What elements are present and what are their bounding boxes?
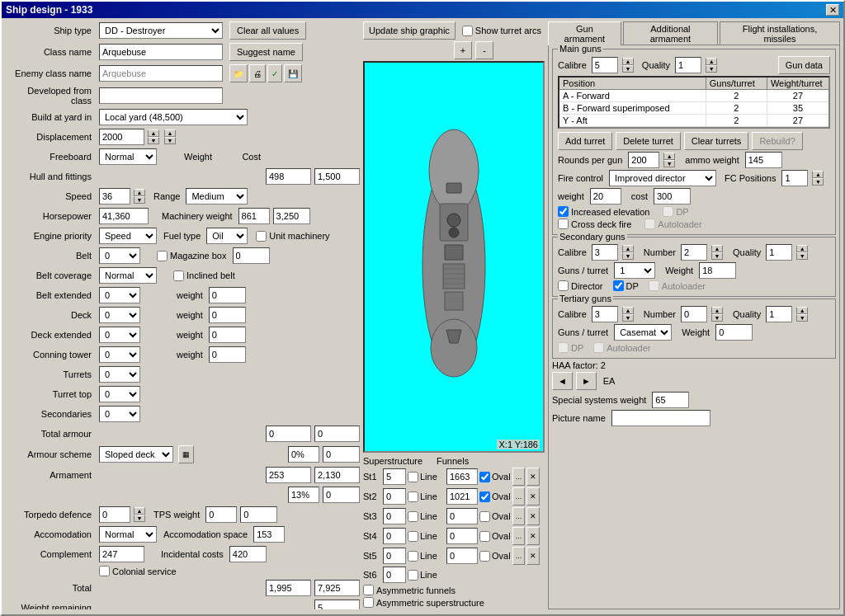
funnel-check-St1[interactable] — [479, 472, 490, 482]
sec-dp-checkbox[interactable] — [613, 280, 624, 291]
st-val-St4[interactable] — [383, 528, 406, 544]
fc-down[interactable]: ▼ — [812, 178, 824, 186]
arrow-left-btn[interactable]: ◄ — [552, 372, 573, 390]
speed-up[interactable]: ▲ — [134, 189, 145, 196]
funnel-dots-St2[interactable]: ... — [512, 487, 526, 505]
funnel-val-St1[interactable] — [446, 468, 478, 485]
asymmetric-funnels-checkbox[interactable] — [363, 585, 374, 595]
displacement-input[interactable] — [99, 129, 144, 145]
clear-turrets-button[interactable]: Clear turrets — [684, 132, 749, 150]
unit-machinery-checkbox[interactable] — [256, 231, 267, 242]
sec-dp-label[interactable]: DP — [613, 280, 639, 291]
belt-coverage-select[interactable]: Normal — [99, 267, 157, 284]
armour-scheme-select[interactable]: Sloped deck — [99, 446, 173, 463]
funnel-dots-St3[interactable]: ... — [512, 507, 526, 525]
funnel-x-St4[interactable]: ✕ — [526, 527, 540, 545]
ter-number-down[interactable]: ▼ — [711, 314, 723, 322]
calibre-input[interactable] — [592, 57, 618, 73]
funnel-val-St3[interactable] — [446, 508, 478, 524]
tab-gun-armament[interactable]: Gun armament — [548, 21, 621, 45]
ter-number-up[interactable]: ▲ — [711, 307, 723, 314]
dp-checkbox[interactable] — [663, 206, 673, 217]
ter-quality-up[interactable]: ▲ — [796, 307, 808, 314]
rounds-input[interactable] — [628, 152, 659, 168]
range-select[interactable]: Medium — [186, 188, 248, 205]
st-check-St3[interactable] — [408, 511, 418, 522]
plus-button[interactable]: + — [454, 41, 472, 59]
show-turret-arcs-label[interactable]: Show turret arcs — [462, 26, 541, 36]
funnel-val-St2[interactable] — [446, 488, 478, 505]
torpedo-defence-input[interactable] — [99, 506, 130, 523]
tab-additional-armament[interactable]: Additional armament — [623, 21, 718, 45]
folder-icon-btn[interactable]: 📁 — [229, 64, 248, 82]
calibre-up[interactable]: ▲ — [622, 58, 634, 65]
sec-calibre-up[interactable]: ▲ — [622, 245, 634, 252]
cross-deck-checkbox[interactable] — [558, 219, 569, 229]
sec-quality-input[interactable] — [766, 244, 792, 261]
turret-top-select[interactable]: 0 — [99, 386, 140, 402]
armour-scheme-icon[interactable]: ▦ — [178, 445, 194, 463]
torpedo-down[interactable]: ▼ — [134, 515, 145, 522]
st-val-St5[interactable] — [383, 548, 406, 564]
class-name-input[interactable] — [99, 44, 223, 60]
asymmetric-superstructure-checkbox[interactable] — [363, 597, 374, 608]
sec-calibre-input[interactable] — [592, 244, 618, 261]
asymmetric-funnels-label[interactable]: Asymmetric funnels — [363, 585, 456, 595]
sec-director-checkbox[interactable] — [558, 280, 569, 291]
ter-calibre-input[interactable] — [592, 306, 618, 322]
sec-calibre-down[interactable]: ▼ — [622, 252, 634, 260]
sec-autoloader-checkbox[interactable] — [649, 280, 659, 291]
freeboard-select[interactable]: Normal — [99, 148, 157, 165]
ter-autoloader-label[interactable]: Autoloader — [593, 342, 650, 353]
funnel-x-St5[interactable]: ✕ — [526, 547, 540, 565]
engine-priority-select[interactable]: Speed — [99, 228, 157, 244]
inclined-belt-checkbox[interactable] — [173, 270, 184, 281]
sec-director-label[interactable]: Director — [558, 280, 603, 291]
build-at-select[interactable]: Local yard (48,500) — [99, 109, 248, 125]
turrets-select[interactable]: 0 — [99, 366, 140, 383]
autoloader-label[interactable]: Autoloader — [644, 219, 701, 229]
sec-number-down[interactable]: ▼ — [711, 252, 723, 260]
st-check-St6[interactable] — [408, 570, 418, 581]
colonial-service-label[interactable]: Colonial service — [99, 566, 177, 576]
speed-input[interactable] — [99, 188, 130, 205]
turret-row-2[interactable]: Y - Aft 2 27 — [559, 115, 828, 127]
minus-button[interactable]: - — [475, 41, 493, 59]
ter-quality-down[interactable]: ▼ — [796, 314, 808, 322]
unit-machinery-checkbox-label[interactable]: Unit machinery — [256, 231, 329, 242]
st-val-St6[interactable] — [383, 567, 406, 583]
displacement-down[interactable]: ▼ — [148, 137, 159, 144]
autoloader-checkbox[interactable] — [644, 219, 655, 229]
torpedo-up[interactable]: ▲ — [134, 507, 145, 515]
secondaries-select[interactable]: 0 — [99, 406, 140, 422]
displacement-down2[interactable]: ▼ — [164, 137, 176, 144]
conning-tower-select[interactable]: 0 — [99, 346, 140, 363]
funnel-x-St2[interactable]: ✕ — [526, 487, 540, 505]
funnel-check-St3[interactable] — [479, 511, 490, 522]
developed-from-input[interactable] — [99, 87, 223, 104]
fuel-type-select[interactable]: Oil — [206, 228, 248, 244]
increased-elevation-label[interactable]: Increased elevation — [558, 206, 649, 217]
enemy-class-input[interactable] — [99, 65, 223, 82]
cross-deck-label[interactable]: Cross deck fire — [558, 219, 631, 229]
speed-down[interactable]: ▼ — [134, 196, 145, 204]
funnel-dots-St5[interactable]: ... — [512, 547, 526, 565]
sec-number-input[interactable] — [681, 244, 707, 261]
tab-flight-installations[interactable]: Flight installations, missiles — [720, 21, 840, 45]
sec-quality-up[interactable]: ▲ — [796, 245, 808, 252]
suggest-name-button[interactable]: Suggest name — [229, 43, 303, 61]
add-turret-button[interactable]: Add turret — [558, 132, 612, 150]
funnel-val-St5[interactable] — [446, 548, 478, 564]
colonial-service-checkbox[interactable] — [99, 566, 110, 576]
displacement-up2[interactable]: ▲ — [164, 129, 176, 137]
asymmetric-superstructure-label[interactable]: Asymmetric superstructure — [363, 597, 484, 608]
displacement-up[interactable]: ▲ — [148, 129, 159, 137]
funnel-check-St5[interactable] — [479, 551, 490, 562]
sec-quality-down[interactable]: ▼ — [796, 252, 808, 260]
delete-turret-button[interactable]: Delete turret — [616, 132, 681, 150]
rebuild-button[interactable]: Rebuild? — [752, 132, 802, 150]
ter-calibre-down[interactable]: ▼ — [622, 314, 634, 322]
rounds-down[interactable]: ▼ — [663, 160, 675, 167]
deck-select[interactable]: 0 — [99, 307, 140, 323]
magazine-box-checkbox[interactable] — [157, 251, 168, 261]
